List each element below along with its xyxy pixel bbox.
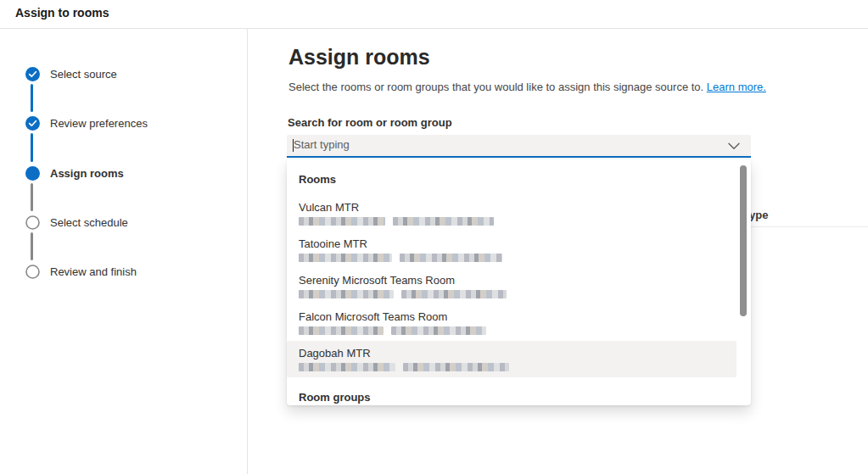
top-divider: [0, 28, 868, 29]
stepper-item-select-schedule: Select schedule: [25, 214, 128, 231]
stepper-item-assign-rooms: Assign rooms: [25, 165, 124, 181]
empty-circle-icon: [25, 215, 40, 230]
stepper-connector: [31, 133, 33, 162]
page-title: Assign to rooms: [15, 6, 109, 20]
room-email-redacted: [299, 290, 725, 298]
stepper-item-select-source: Select source: [25, 65, 117, 82]
subtitle-text: Select the rooms or room groups that you…: [288, 81, 703, 93]
list-item-room[interactable]: Serenity Microsoft Teams Room: [287, 268, 736, 304]
dropdown-scrollbar-thumb[interactable]: [740, 165, 747, 316]
stepper-connector: [31, 84, 33, 112]
stepper-label: Select source: [50, 68, 117, 81]
stepper-connector: [31, 232, 33, 260]
stepper-label: Review and finish: [50, 265, 137, 278]
room-search-combobox[interactable]: [287, 135, 751, 158]
filled-circle-icon: [25, 166, 40, 181]
empty-circle-icon: [25, 265, 40, 279]
group-header-room-groups: Room groups: [287, 377, 751, 405]
stepper-label: Select schedule: [50, 216, 128, 229]
group-header-rooms: Rooms: [287, 165, 751, 195]
chevron-down-icon[interactable]: [728, 142, 740, 150]
list-item-room[interactable]: Vulcan MTR: [287, 195, 736, 231]
room-email-redacted: [299, 217, 725, 226]
room-email-redacted: [299, 254, 725, 262]
search-field-label: Search for room or room group: [288, 116, 452, 129]
stepper-item-review-and-finish: Review and finish: [25, 263, 137, 280]
stepper-connector: [31, 183, 33, 211]
list-item-room-highlighted[interactable]: Dagobah MTR: [287, 341, 736, 377]
check-circle-icon: [25, 116, 40, 131]
room-name: Falcon Microsoft Teams Room: [299, 310, 725, 324]
room-email-redacted: [299, 326, 725, 335]
check-circle-icon: [25, 67, 40, 81]
learn-more-link[interactable]: Learn more.: [707, 81, 766, 93]
stepper-item-review-preferences: Review preferences: [25, 114, 148, 131]
stepper-label: Review preferences: [50, 117, 148, 130]
stepper-label: Assign rooms: [50, 167, 124, 180]
page-subtitle: Select the rooms or room groups that you…: [288, 81, 766, 93]
room-name: Dagobah MTR: [299, 347, 725, 360]
list-item-room[interactable]: Falcon Microsoft Teams Room: [287, 304, 736, 341]
room-name: Serenity Microsoft Teams Room: [299, 274, 725, 287]
search-input[interactable]: [287, 135, 751, 156]
room-name: Tatooine MTR: [299, 237, 725, 251]
page-heading: Assign rooms: [288, 45, 430, 70]
assign-to-rooms-wizard: Assign to rooms Select source Review pre…: [0, 0, 868, 474]
room-suggestions-dropdown: Rooms Vulcan MTR Tatooine MTR Serenity M…: [287, 159, 751, 405]
room-name: Vulcan MTR: [299, 201, 725, 215]
room-email-redacted: [299, 363, 725, 371]
sidebar-divider: [247, 29, 248, 474]
list-item-room[interactable]: Tatooine MTR: [287, 231, 736, 268]
